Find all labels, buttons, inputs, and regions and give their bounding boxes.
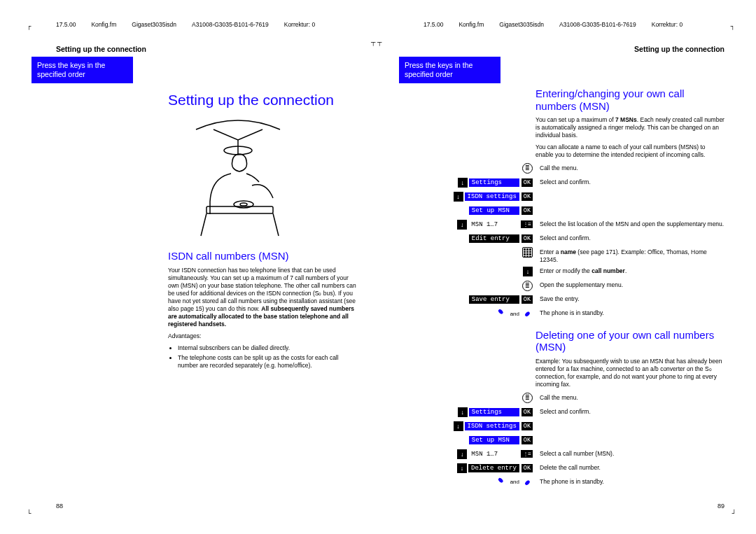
body-paragraph: You can allocate a name to each of your …: [536, 143, 724, 159]
ok-key: OK: [522, 408, 533, 416]
down-arrow-icon: ↓: [458, 178, 468, 188]
step-description: Save the entry.: [540, 294, 724, 303]
ok-key: OK: [522, 192, 533, 201]
step-description: [540, 205, 724, 206]
hdr-product: Gigaset3035isdn: [132, 21, 176, 28]
running-header: 17.5.00 Konfig.fm Gigaset3035isdn A31008…: [31, 14, 382, 28]
step-description: Open the supplementary menu.: [540, 280, 724, 289]
step-description: Select and confirm.: [540, 177, 724, 186]
body-paragraph: Your ISDN connection has two telephone l…: [168, 267, 357, 328]
instruction-bar: Press the keys in the specified order: [31, 57, 133, 83]
step-description: Select and confirm.: [540, 233, 724, 242]
down-arrow-icon: ↓: [523, 267, 533, 276]
menu-entry: Set up MSN: [469, 206, 519, 215]
hdr-product: Gigaset3035isdn: [499, 21, 544, 28]
handset-off-icon: [497, 477, 507, 488]
submenu-icon: ⋮≡: [521, 450, 533, 458]
list-item: The telephone costs can be split up as t…: [178, 354, 357, 370]
advantages-list: Internal subscribers can be dialled dire…: [178, 344, 357, 370]
step-description: The phone is in standby.: [540, 477, 724, 486]
ok-key: OK: [522, 178, 533, 187]
submenu-icon: ⋮≡: [521, 220, 533, 228]
and-label: and: [510, 479, 519, 485]
ok-key: OK: [522, 422, 533, 430]
ok-key: OK: [522, 464, 533, 472]
step-description: [540, 421, 724, 422]
ok-key: OK: [522, 206, 533, 215]
hdr-docnum: A31008-G3035-B101-6-7619: [192, 21, 269, 28]
handset-off-icon: [497, 308, 507, 319]
page-title: Setting up the connection: [168, 92, 357, 108]
svg-point-3: [240, 203, 247, 206]
menu-icon: ≣: [522, 281, 533, 291]
hdr-file: Konfig.fm: [91, 21, 116, 28]
menu-entry: ISDN settings: [465, 422, 519, 430]
step-description: Call the menu.: [540, 163, 724, 172]
menu-entry: MSN 1…7: [468, 450, 519, 458]
key-sequence: Edit entryOK: [424, 233, 533, 244]
step-description: Enter a name (see page 171). Example: Of…: [540, 247, 724, 263]
key-sequence: ↓: [424, 266, 533, 277]
list-item: Internal subscribers can be dialled dire…: [178, 344, 357, 352]
subheading-isdn: ISDN call numbers (MSN): [168, 250, 357, 262]
key-sequence: and: [424, 477, 533, 488]
step-description: Enter or modify the call number.: [540, 266, 724, 275]
step-description: Select and confirm.: [540, 407, 724, 416]
ok-key: OK: [522, 436, 533, 444]
step-description: Call the menu.: [540, 393, 724, 402]
page-left: 17.5.00 Konfig.fm Gigaset3035isdn A31008…: [31, 14, 382, 518]
key-sequence: [424, 247, 533, 258]
key-sequence: Set up MSNOK: [424, 205, 533, 216]
body-paragraph: You can set up a maximum of 7 MSNs. Each…: [536, 116, 724, 139]
down-arrow-icon: ↓: [454, 192, 463, 202]
menu-icon: ≣: [522, 163, 533, 174]
handset-on-icon: [523, 477, 533, 488]
key-sequence: ↓ISDN settingsOK: [424, 421, 533, 432]
menu-entry: Settings: [469, 178, 519, 187]
ok-key: OK: [522, 295, 533, 304]
step-description: The phone is in standby.: [540, 308, 724, 317]
step-table-delete: ≣Call the menu.↓SettingsOKSelect and con…: [424, 393, 724, 488]
advantages-label: Advantages:: [168, 332, 357, 340]
key-sequence: Set up MSNOK: [424, 435, 533, 446]
hdr-docnum: A31008-G3035-B101-6-7619: [559, 21, 636, 28]
menu-entry: Edit entry: [469, 234, 519, 243]
ok-key: OK: [522, 234, 533, 243]
down-arrow-icon: ↓: [457, 463, 467, 473]
section-head: Setting up the connection: [399, 45, 724, 53]
crop-mark: ┌: [27, 22, 31, 29]
page-number: 89: [718, 503, 724, 510]
hdr-kor: Korrektur: 0: [284, 21, 315, 28]
menu-entry: MSN 1…7: [468, 220, 519, 229]
subheading-enter-msn: Entering/changing your own call numbers …: [536, 87, 724, 112]
key-sequence: ≣: [424, 280, 533, 291]
menu-entry: Delete entry: [468, 464, 519, 472]
menu-entry: ISDN settings: [465, 192, 519, 201]
hdr-kor: Korrektur: 0: [652, 21, 682, 28]
step-description: Delete the call number.: [540, 463, 724, 472]
key-sequence: ↓MSN 1…7⋮≡: [424, 219, 533, 230]
menu-icon: ≣: [522, 393, 533, 403]
menu-entry: Set up MSN: [469, 436, 519, 444]
keypad-icon: [522, 247, 533, 258]
instruction-bar: Press the keys in the specified order: [399, 57, 500, 83]
step-description: Select the list location of the MSN and …: [540, 219, 724, 228]
key-sequence: ↓Delete entryOK: [424, 463, 533, 474]
step-description: [540, 435, 724, 436]
installer-illustration: [168, 115, 308, 241]
step-table-enter: ≣Call the menu.↓SettingsOKSelect and con…: [424, 163, 724, 319]
menu-entry: Save entry: [469, 295, 519, 304]
down-arrow-icon: ↓: [457, 449, 467, 459]
body-paragraph: Example: You subsequently wish to use an…: [536, 358, 724, 388]
and-label: and: [510, 311, 519, 317]
key-sequence: and: [424, 308, 533, 319]
down-arrow-icon: ↓: [458, 407, 468, 417]
subheading-delete-msn: Deleting one of your own call numbers (M…: [536, 329, 724, 353]
running-header: 17.5.00 Konfig.fm Gigaset3035isdn A31008…: [399, 14, 749, 28]
key-sequence: ↓SettingsOK: [424, 407, 533, 418]
step-description: [540, 191, 724, 192]
menu-entry: Settings: [469, 408, 519, 416]
hdr-file: Konfig.fm: [458, 21, 484, 28]
down-arrow-icon: ↓: [457, 220, 467, 230]
key-sequence: Save entryOK: [424, 294, 533, 305]
